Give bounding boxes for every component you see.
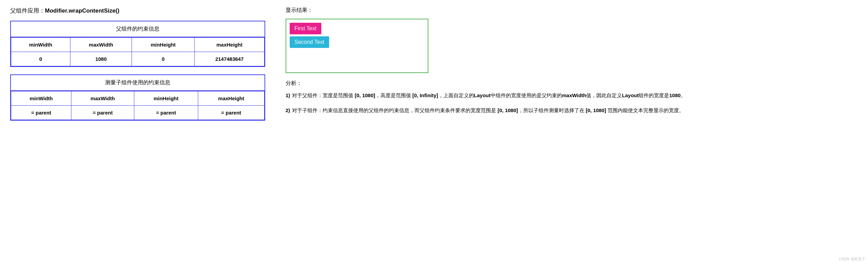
analysis-item-2: 2) 对于子组件：约束信息直接使用的父组件的约束信息，而父组件约束条件要求的宽度… xyxy=(286,106,858,115)
heading-code: Modifier.wrapContentSize() xyxy=(45,7,119,14)
col-maxheight-header: maxHeight xyxy=(194,38,264,52)
child-constraint-table: 测量子组件使用的约束信息 minWidth maxWidth minHeight… xyxy=(10,74,265,121)
val-minwidth: 0 xyxy=(11,52,70,66)
val-maxwidth: 1080 xyxy=(70,52,132,66)
analysis-num-1: 1) xyxy=(286,91,290,100)
val2-minwidth: = parent xyxy=(11,106,71,120)
col2-maxwidth-header: maxWidth xyxy=(71,91,134,106)
val2-minheight: = parent xyxy=(134,106,198,120)
table2-title: 测量子组件使用的约束信息 xyxy=(11,75,265,91)
heading-prefix: 父组件应用： xyxy=(10,7,45,14)
val2-maxheight: = parent xyxy=(198,106,264,120)
val-maxheight: 2147483647 xyxy=(194,52,264,66)
table1-data: minWidth maxWidth minHeight maxHeight 0 … xyxy=(11,37,265,66)
first-text-chip: First Text xyxy=(290,23,321,34)
right-panel: 显示结果： First Text Second Text 分析： 1) 对于父组… xyxy=(286,7,858,256)
page-heading: 父组件应用：Modifier.wrapContentSize() xyxy=(10,7,265,15)
left-panel: 父组件应用：Modifier.wrapContentSize() 父组件的约束信… xyxy=(10,7,265,256)
col-minwidth-header: minWidth xyxy=(11,38,70,52)
col2-maxheight-header: maxHeight xyxy=(198,91,264,106)
analysis-text-2: 对于子组件：约束信息直接使用的父组件的约束信息，而父组件约束条件要求的宽度范围是… xyxy=(292,106,858,115)
analysis-num-2: 2) xyxy=(286,106,290,115)
second-text-chip: Second Text xyxy=(290,36,329,48)
col2-minwidth-header: minWidth xyxy=(11,91,71,106)
col2-minheight-header: minHeight xyxy=(134,91,198,106)
table1-title: 父组件的约束信息 xyxy=(11,21,265,37)
analysis-label: 分析： xyxy=(286,80,858,87)
col-minheight-header: minHeight xyxy=(132,38,195,52)
table2-data: minWidth maxWidth minHeight maxHeight = … xyxy=(11,91,265,120)
val-minheight: 0 xyxy=(132,52,195,66)
val2-maxwidth: = parent xyxy=(71,106,134,120)
preview-box: First Text Second Text xyxy=(286,19,428,73)
col-maxwidth-header: maxWidth xyxy=(70,38,132,52)
analysis-list: 1) 对于父组件：宽度是范围值 [0, 1080]，高度是范围值 [0, Inf… xyxy=(286,91,858,115)
result-label: 显示结果： xyxy=(286,7,858,14)
watermark: CSDN 当时当下 xyxy=(839,257,865,262)
analysis-text-1: 对于父组件：宽度是范围值 [0, 1080]，高度是范围值 [0, Infini… xyxy=(292,91,858,100)
parent-constraint-table: 父组件的约束信息 minWidth maxWidth minHeight max… xyxy=(10,21,265,67)
analysis-item-1: 1) 对于父组件：宽度是范围值 [0, 1080]，高度是范围值 [0, Inf… xyxy=(286,91,858,100)
